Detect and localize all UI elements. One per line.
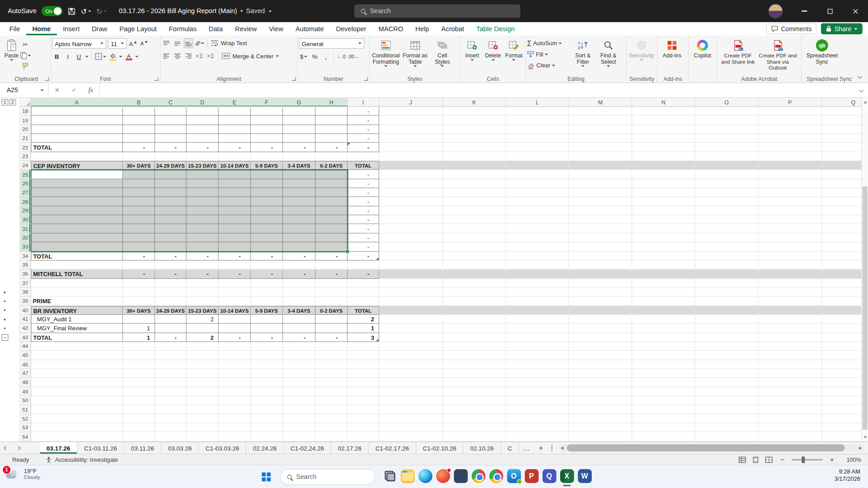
grid-cell-M52[interactable] bbox=[569, 414, 632, 423]
wrap-text-button[interactable]: Wrap Text bbox=[210, 38, 247, 48]
minimize-button[interactable] bbox=[792, 0, 817, 22]
row-header-34[interactable]: 34 bbox=[20, 252, 31, 261]
ribbon-tab-draw[interactable]: Draw bbox=[85, 22, 113, 35]
grid-cell-I25[interactable]: - bbox=[348, 170, 379, 179]
grid-cell-A39[interactable]: PRIME bbox=[31, 297, 123, 306]
expand-formula-bar-button[interactable] bbox=[855, 83, 868, 98]
grid-cell-D34[interactable]: - bbox=[187, 252, 219, 261]
taskbar-app-task-view[interactable] bbox=[381, 468, 398, 487]
grid-cell-P36[interactable] bbox=[759, 270, 822, 279]
grid-cell-O47[interactable] bbox=[695, 369, 759, 378]
grid-cell-M26[interactable] bbox=[569, 179, 632, 188]
sheet-tab-03-03-26[interactable]: 03.03.26 bbox=[161, 442, 199, 454]
grid-cell-A38[interactable] bbox=[31, 288, 123, 297]
grid-cell-J47[interactable] bbox=[379, 369, 443, 378]
grid-cell-K32[interactable] bbox=[443, 234, 506, 243]
grid-cell-P49[interactable] bbox=[759, 387, 822, 396]
grid-cell-C44[interactable] bbox=[155, 342, 187, 351]
cut-button[interactable]: ✂ bbox=[20, 39, 31, 49]
row-header-52[interactable]: 52 bbox=[20, 414, 31, 423]
grid-cell-G28[interactable] bbox=[283, 197, 316, 206]
grid-cell-N18[interactable] bbox=[632, 107, 695, 116]
align-center-button[interactable] bbox=[173, 51, 182, 61]
grid-cell-M41[interactable] bbox=[569, 315, 632, 324]
grid-cell-Q40[interactable] bbox=[822, 306, 861, 315]
taskbar-app-outlook[interactable]: O bbox=[505, 468, 523, 487]
grid-cell-F42[interactable] bbox=[251, 324, 283, 333]
grid-cell-P32[interactable] bbox=[759, 234, 822, 243]
grid-cell-I18[interactable]: - bbox=[348, 107, 379, 116]
grid-cell-C25[interactable] bbox=[155, 170, 187, 179]
row-header-22[interactable]: 22 bbox=[20, 143, 31, 152]
grid-cell-G32[interactable] bbox=[283, 234, 316, 243]
grid-cell-J34[interactable] bbox=[379, 252, 443, 261]
grid-cell-L34[interactable] bbox=[506, 252, 569, 261]
grid-cell-I52[interactable] bbox=[348, 414, 379, 423]
grid-cell-J46[interactable] bbox=[379, 360, 443, 369]
grid-cell-C52[interactable] bbox=[155, 414, 187, 423]
percent-style-button[interactable]: % bbox=[310, 52, 320, 61]
grid-cell-Q28[interactable] bbox=[822, 197, 861, 206]
grid-cell-L45[interactable] bbox=[506, 351, 569, 360]
increase-indent-button[interactable] bbox=[206, 51, 216, 61]
create-pdf-share-link-button[interactable]: Create PDF and Share link bbox=[718, 37, 757, 65]
grid-cell-N37[interactable] bbox=[632, 279, 695, 288]
row-header-43[interactable]: 43 bbox=[20, 333, 31, 342]
ribbon-tab-developer[interactable]: Developer bbox=[330, 22, 373, 35]
grid-cell-H34[interactable]: - bbox=[316, 252, 348, 261]
grid-cell-K33[interactable] bbox=[443, 243, 506, 252]
grid-cell-A48[interactable] bbox=[31, 378, 123, 387]
grid-cell-Q22[interactable] bbox=[822, 143, 861, 152]
grid-cell-L21[interactable] bbox=[506, 134, 569, 143]
vertical-scrollbar[interactable] bbox=[861, 98, 868, 441]
grid-cell-D44[interactable] bbox=[187, 342, 219, 351]
grid-cell-L26[interactable] bbox=[506, 179, 569, 188]
grid-cell-Q37[interactable] bbox=[822, 279, 861, 288]
grid-cell-J44[interactable] bbox=[379, 342, 443, 351]
paste-button[interactable]: Paste bbox=[3, 37, 19, 61]
normal-view-button[interactable] bbox=[738, 456, 746, 463]
share-button[interactable]: Share bbox=[821, 23, 862, 34]
grid-cell-H41[interactable] bbox=[316, 315, 348, 324]
column-header-o[interactable]: O bbox=[695, 98, 759, 107]
grid-cell-F33[interactable] bbox=[251, 243, 283, 252]
grid-cell-P42[interactable] bbox=[759, 324, 822, 333]
zoom-out-button[interactable]: − bbox=[778, 455, 786, 463]
row-header-30[interactable]: 30 bbox=[20, 215, 31, 224]
grid-cell-A22[interactable]: TOTAL bbox=[31, 143, 123, 152]
grid-cell-H20[interactable] bbox=[316, 125, 348, 134]
create-pdf-outlook-button[interactable]: Create PDF and Share via Outlook bbox=[757, 37, 798, 71]
grid-cell-J51[interactable] bbox=[379, 405, 443, 414]
outline-collapse-button[interactable]: − bbox=[2, 334, 9, 341]
grid-cell-B29[interactable] bbox=[123, 206, 155, 215]
grid-cell-N51[interactable] bbox=[632, 405, 695, 414]
grid-cell-G23[interactable] bbox=[283, 152, 316, 161]
grid-cell-D24[interactable]: 15-23 DAYS bbox=[187, 161, 219, 170]
row-header-38[interactable]: 38 bbox=[20, 288, 31, 297]
grid-cell-L19[interactable] bbox=[506, 116, 569, 125]
grid-cell-C31[interactable] bbox=[155, 224, 187, 233]
grid-cell-L27[interactable] bbox=[506, 188, 569, 197]
grid-cell-K54[interactable] bbox=[443, 432, 506, 441]
grid-cell-J48[interactable] bbox=[379, 378, 443, 387]
grid-cell-P19[interactable] bbox=[759, 116, 822, 125]
grid-cell-J33[interactable] bbox=[379, 243, 443, 252]
row-header-24[interactable]: 24 bbox=[20, 161, 31, 170]
grid-cell-Q35[interactable] bbox=[822, 261, 861, 270]
fill-button[interactable]: Fill bbox=[527, 49, 571, 59]
grid-cell-K53[interactable] bbox=[443, 423, 506, 432]
grid-cell-I45[interactable] bbox=[348, 351, 379, 360]
grid-cell-D37[interactable] bbox=[187, 279, 219, 288]
grid-cell-O49[interactable] bbox=[695, 387, 759, 396]
grid-cell-P53[interactable] bbox=[759, 423, 822, 432]
taskbar-app-app-red[interactable] bbox=[434, 468, 452, 487]
grid-cell-P40[interactable] bbox=[759, 306, 822, 315]
grid-cell-K52[interactable] bbox=[443, 414, 506, 423]
grid-cell-H42[interactable] bbox=[316, 324, 348, 333]
grid-cell-J31[interactable] bbox=[379, 224, 443, 233]
grid-cell-H50[interactable] bbox=[316, 396, 348, 405]
grid-cell-B28[interactable] bbox=[123, 197, 155, 206]
row-header-48[interactable]: 48 bbox=[20, 378, 31, 387]
column-header-i[interactable]: I bbox=[348, 98, 379, 107]
grid-cell-N26[interactable] bbox=[632, 179, 695, 188]
